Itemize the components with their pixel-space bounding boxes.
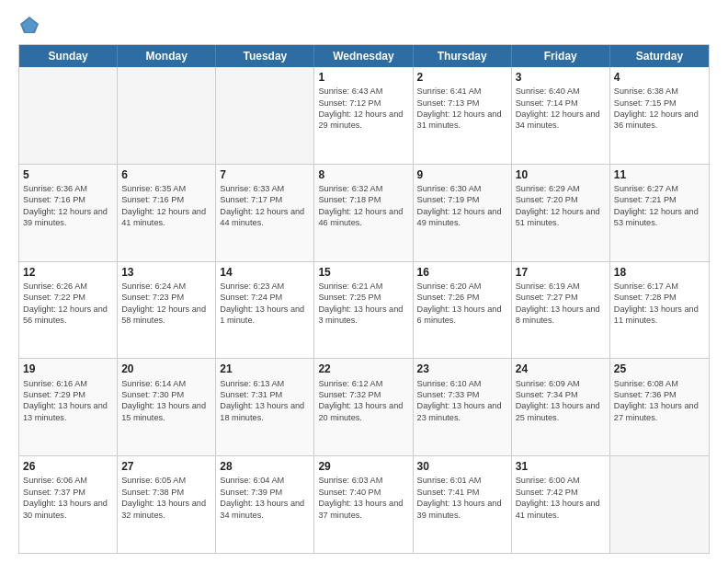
day-number: 24 [516, 362, 606, 376]
day-number: 12 [23, 265, 113, 280]
calendar-cell: 14Sunrise: 6:23 AMSunset: 7:24 PMDayligh… [216, 262, 314, 359]
calendar-cell: 4Sunrise: 6:38 AMSunset: 7:15 PMDaylight… [610, 67, 709, 164]
day-number: 3 [516, 70, 606, 85]
day-header-tuesday: Tuesday [216, 45, 314, 67]
day-number: 20 [121, 362, 211, 376]
calendar-cell: 1Sunrise: 6:43 AMSunset: 7:12 PMDaylight… [314, 67, 413, 164]
calendar-cell: 21Sunrise: 6:13 AMSunset: 7:31 PMDayligh… [216, 359, 314, 455]
day-number: 1 [318, 70, 408, 85]
calendar-cell: 7Sunrise: 6:33 AMSunset: 7:17 PMDaylight… [216, 165, 314, 261]
calendar-cell: 25Sunrise: 6:08 AMSunset: 7:36 PMDayligh… [610, 359, 709, 455]
day-info: Sunrise: 6:41 AMSunset: 7:13 PMDaylight:… [417, 86, 507, 132]
calendar-header-row: SundayMondayTuesdayWednesdayThursdayFrid… [19, 45, 709, 67]
day-info: Sunrise: 6:13 AMSunset: 7:31 PMDaylight:… [220, 378, 310, 424]
day-info: Sunrise: 6:19 AMSunset: 7:27 PMDaylight:… [516, 281, 606, 327]
day-number: 9 [417, 167, 507, 182]
day-number: 8 [318, 167, 408, 182]
day-info: Sunrise: 6:16 AMSunset: 7:29 PMDaylight:… [23, 378, 113, 424]
calendar-cell: 23Sunrise: 6:10 AMSunset: 7:33 PMDayligh… [414, 359, 512, 455]
day-number: 14 [220, 265, 310, 280]
calendar-cell: 10Sunrise: 6:29 AMSunset: 7:20 PMDayligh… [512, 165, 610, 261]
calendar-cell: 9Sunrise: 6:30 AMSunset: 7:19 PMDaylight… [414, 165, 512, 261]
day-header-sunday: Sunday [19, 45, 118, 67]
day-number: 27 [121, 459, 211, 474]
day-number: 29 [318, 459, 408, 474]
calendar-cell: 15Sunrise: 6:21 AMSunset: 7:25 PMDayligh… [314, 262, 413, 359]
day-info: Sunrise: 6:27 AMSunset: 7:21 PMDaylight:… [614, 183, 705, 229]
calendar-cell: 2Sunrise: 6:41 AMSunset: 7:13 PMDaylight… [414, 67, 512, 164]
calendar-cell: 31Sunrise: 6:00 AMSunset: 7:42 PMDayligh… [512, 456, 610, 553]
day-header-monday: Monday [118, 45, 216, 67]
day-info: Sunrise: 6:09 AMSunset: 7:34 PMDaylight:… [516, 378, 606, 424]
day-info: Sunrise: 6:38 AMSunset: 7:15 PMDaylight:… [614, 86, 705, 132]
day-info: Sunrise: 6:03 AMSunset: 7:40 PMDaylight:… [318, 475, 408, 521]
calendar-cell: 13Sunrise: 6:24 AMSunset: 7:23 PMDayligh… [118, 262, 216, 359]
calendar-cell: 16Sunrise: 6:20 AMSunset: 7:26 PMDayligh… [414, 262, 512, 359]
day-info: Sunrise: 6:12 AMSunset: 7:32 PMDaylight:… [318, 378, 408, 424]
calendar-cell: 20Sunrise: 6:14 AMSunset: 7:30 PMDayligh… [118, 359, 216, 455]
day-number: 2 [417, 70, 507, 85]
day-number: 31 [516, 459, 606, 474]
day-info: Sunrise: 6:20 AMSunset: 7:26 PMDaylight:… [417, 281, 507, 327]
day-info: Sunrise: 6:04 AMSunset: 7:39 PMDaylight:… [220, 475, 310, 521]
logo-icon [18, 15, 40, 37]
calendar-cell: 27Sunrise: 6:05 AMSunset: 7:38 PMDayligh… [118, 456, 216, 553]
day-info: Sunrise: 6:00 AMSunset: 7:42 PMDaylight:… [516, 475, 606, 521]
day-info: Sunrise: 6:01 AMSunset: 7:41 PMDaylight:… [417, 475, 507, 521]
day-header-friday: Friday [512, 45, 610, 67]
day-info: Sunrise: 6:24 AMSunset: 7:23 PMDaylight:… [121, 281, 211, 327]
day-info: Sunrise: 6:43 AMSunset: 7:12 PMDaylight:… [318, 86, 408, 132]
day-info: Sunrise: 6:26 AMSunset: 7:22 PMDaylight:… [23, 281, 113, 327]
day-header-saturday: Saturday [610, 45, 709, 67]
day-number: 30 [417, 459, 507, 474]
day-number: 13 [121, 265, 211, 280]
calendar-cell: 29Sunrise: 6:03 AMSunset: 7:40 PMDayligh… [314, 456, 413, 553]
day-info: Sunrise: 6:33 AMSunset: 7:17 PMDaylight:… [220, 183, 310, 229]
day-header-thursday: Thursday [414, 45, 512, 67]
day-number: 22 [318, 362, 408, 376]
calendar-cell: 5Sunrise: 6:36 AMSunset: 7:16 PMDaylight… [19, 165, 118, 261]
day-info: Sunrise: 6:14 AMSunset: 7:30 PMDaylight:… [121, 378, 211, 424]
calendar-cell [118, 67, 216, 164]
calendar-cell [610, 456, 709, 553]
day-info: Sunrise: 6:06 AMSunset: 7:37 PMDaylight:… [23, 475, 113, 521]
logo [18, 15, 44, 37]
calendar-cell: 24Sunrise: 6:09 AMSunset: 7:34 PMDayligh… [512, 359, 610, 455]
day-info: Sunrise: 6:32 AMSunset: 7:18 PMDaylight:… [318, 183, 408, 229]
calendar-cell [216, 67, 314, 164]
day-number: 15 [318, 265, 408, 280]
day-number: 17 [516, 265, 606, 280]
calendar-cell: 28Sunrise: 6:04 AMSunset: 7:39 PMDayligh… [216, 456, 314, 553]
calendar-week-3: 12Sunrise: 6:26 AMSunset: 7:22 PMDayligh… [19, 262, 709, 360]
calendar-week-1: 1Sunrise: 6:43 AMSunset: 7:12 PMDaylight… [19, 67, 709, 165]
day-number: 21 [220, 362, 310, 376]
day-info: Sunrise: 6:21 AMSunset: 7:25 PMDaylight:… [318, 281, 408, 327]
calendar-cell: 11Sunrise: 6:27 AMSunset: 7:21 PMDayligh… [610, 165, 709, 261]
day-number: 16 [417, 265, 507, 280]
calendar-cell: 12Sunrise: 6:26 AMSunset: 7:22 PMDayligh… [19, 262, 118, 359]
day-number: 6 [121, 167, 211, 182]
day-header-wednesday: Wednesday [314, 45, 413, 67]
day-info: Sunrise: 6:29 AMSunset: 7:20 PMDaylight:… [516, 183, 606, 229]
day-number: 10 [516, 167, 606, 182]
calendar-cell: 19Sunrise: 6:16 AMSunset: 7:29 PMDayligh… [19, 359, 118, 455]
day-number: 5 [23, 167, 113, 182]
calendar-week-2: 5Sunrise: 6:36 AMSunset: 7:16 PMDaylight… [19, 165, 709, 262]
calendar-cell: 30Sunrise: 6:01 AMSunset: 7:41 PMDayligh… [414, 456, 512, 553]
day-info: Sunrise: 6:17 AMSunset: 7:28 PMDaylight:… [614, 281, 705, 327]
day-info: Sunrise: 6:35 AMSunset: 7:16 PMDaylight:… [121, 183, 211, 229]
day-number: 18 [614, 265, 705, 280]
calendar-cell: 26Sunrise: 6:06 AMSunset: 7:37 PMDayligh… [19, 456, 118, 553]
calendar-cell: 3Sunrise: 6:40 AMSunset: 7:14 PMDaylight… [512, 67, 610, 164]
day-number: 19 [23, 362, 113, 376]
day-info: Sunrise: 6:36 AMSunset: 7:16 PMDaylight:… [23, 183, 113, 229]
page-header [18, 15, 710, 37]
calendar-week-5: 26Sunrise: 6:06 AMSunset: 7:37 PMDayligh… [19, 456, 709, 553]
day-number: 28 [220, 459, 310, 474]
calendar-week-4: 19Sunrise: 6:16 AMSunset: 7:29 PMDayligh… [19, 359, 709, 456]
day-info: Sunrise: 6:23 AMSunset: 7:24 PMDaylight:… [220, 281, 310, 327]
day-number: 23 [417, 362, 507, 376]
day-number: 7 [220, 167, 310, 182]
calendar-page: SundayMondayTuesdayWednesdayThursdayFrid… [0, 0, 728, 563]
calendar-cell: 22Sunrise: 6:12 AMSunset: 7:32 PMDayligh… [314, 359, 413, 455]
